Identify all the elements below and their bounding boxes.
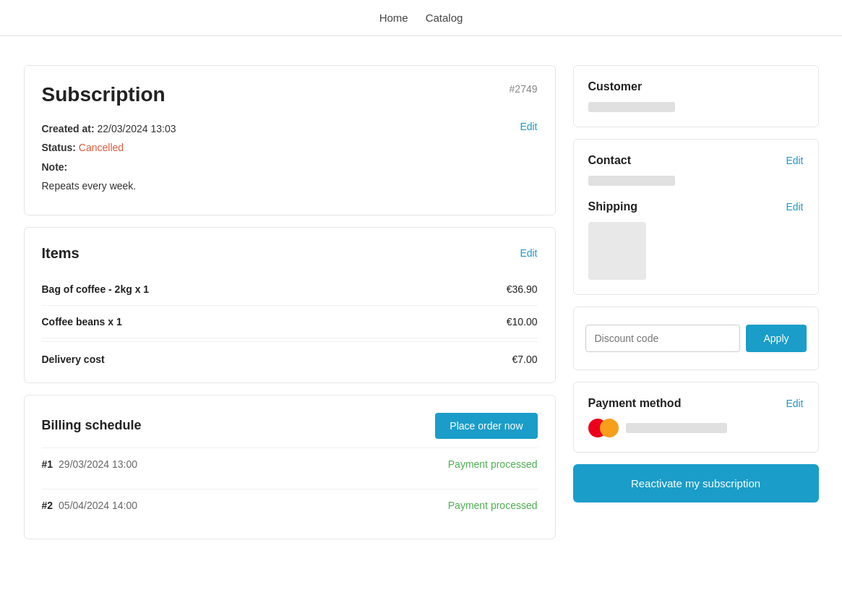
nav-catalog[interactable]: Catalog xyxy=(426,12,463,24)
shipping-header: Shipping Edit xyxy=(588,200,804,213)
note-value: Repeats every week. xyxy=(42,178,176,194)
contact-title: Contact xyxy=(588,154,632,167)
item-name-1: Coffee beans x 1 xyxy=(42,316,122,328)
delivery-label: Delivery cost xyxy=(42,354,105,365)
right-column: Customer Contact Edit Shipping Edit xyxy=(573,65,819,502)
shipping-placeholder xyxy=(588,222,646,280)
shipping-edit-link[interactable]: Edit xyxy=(786,201,803,213)
table-row: #1 29/03/2024 13:00 Payment processed xyxy=(42,448,538,480)
item-price-0: €36.90 xyxy=(507,283,538,295)
left-column: Subscription #2749 Created at: 22/03/202… xyxy=(24,65,556,539)
payment-method-header: Payment method Edit xyxy=(588,397,804,410)
subscription-meta: Created at: 22/03/2024 13:03 Status: Can… xyxy=(42,121,538,197)
billing-title: Billing schedule xyxy=(42,418,142,433)
navigation: Home Catalog xyxy=(0,0,842,36)
discount-input[interactable] xyxy=(585,325,741,352)
subscription-card-header: Subscription #2749 xyxy=(42,83,538,106)
status-badge: Cancelled xyxy=(79,142,124,153)
mastercard-circle-right xyxy=(600,419,619,437)
place-order-button[interactable]: Place order now xyxy=(435,413,537,439)
list-item: Coffee beans x 1 €10.00 xyxy=(42,305,538,338)
discount-card: Apply xyxy=(573,307,819,370)
list-item: Bag of coffee - 2kg x 1 €36.90 xyxy=(42,273,538,305)
payment-method-card: Payment method Edit xyxy=(573,382,819,453)
shipping-title: Shipping xyxy=(588,200,637,213)
items-edit-link[interactable]: Edit xyxy=(520,247,537,259)
mastercard-icon xyxy=(588,419,619,437)
billing-date-1: 05/04/2024 14:00 xyxy=(59,500,137,511)
created-at-value: 22/03/2024 13:03 xyxy=(98,123,176,134)
billing-number-0: #1 xyxy=(42,458,53,470)
billing-number-1: #2 xyxy=(42,500,53,511)
item-name-0: Bag of coffee - 2kg x 1 xyxy=(42,283,150,295)
table-row: #2 05/04/2024 14:00 Payment processed xyxy=(42,489,538,521)
items-list: Bag of coffee - 2kg x 1 €36.90 Coffee be… xyxy=(42,273,538,338)
item-price-1: €10.00 xyxy=(507,316,538,328)
billing-status-1: Payment processed xyxy=(448,500,538,511)
items-title: Items xyxy=(42,245,80,262)
billing-status-0: Payment processed xyxy=(448,458,538,470)
contact-header: Contact Edit xyxy=(588,154,804,167)
subscription-edit-link[interactable]: Edit xyxy=(520,121,537,132)
subscription-title: Subscription xyxy=(42,83,166,106)
status-row: Status: Cancelled xyxy=(42,140,176,155)
card-number-placeholder xyxy=(626,423,727,433)
customer-placeholder xyxy=(588,102,675,112)
customer-title: Customer xyxy=(588,80,643,93)
payment-method-info xyxy=(588,419,804,437)
created-at: Created at: 22/03/2024 13:03 xyxy=(42,121,176,137)
page-content: Subscription #2749 Created at: 22/03/202… xyxy=(9,65,833,539)
payment-method-edit-link[interactable]: Edit xyxy=(786,398,803,409)
items-card: Items Edit Bag of coffee - 2kg x 1 €36.9… xyxy=(24,227,556,383)
billing-card: Billing schedule Place order now #1 29/0… xyxy=(24,395,556,539)
customer-header: Customer xyxy=(588,80,804,93)
nav-home[interactable]: Home xyxy=(379,12,408,24)
note-label: Note: xyxy=(42,159,176,175)
discount-section: Apply xyxy=(585,316,807,361)
payment-method-title: Payment method xyxy=(588,397,682,410)
delivery-row: Delivery cost €7.00 xyxy=(42,341,538,365)
contact-edit-link[interactable]: Edit xyxy=(786,155,803,166)
delivery-price: €7.00 xyxy=(512,354,537,365)
subscription-number: #2749 xyxy=(510,83,538,95)
billing-row-left-0: #1 29/03/2024 13:00 xyxy=(42,458,138,470)
contact-shipping-card: Contact Edit Shipping Edit xyxy=(573,139,819,295)
customer-card: Customer xyxy=(573,65,819,127)
reactivate-button[interactable]: Reactivate my subscription xyxy=(573,464,819,502)
apply-button[interactable]: Apply xyxy=(746,325,806,352)
subscription-card: Subscription #2749 Created at: 22/03/202… xyxy=(24,65,556,215)
billing-row-left-1: #2 05/04/2024 14:00 xyxy=(42,500,138,511)
billing-header: Billing schedule Place order now xyxy=(42,413,538,439)
contact-placeholder xyxy=(588,176,675,186)
billing-date-0: 29/03/2024 13:00 xyxy=(59,458,137,470)
